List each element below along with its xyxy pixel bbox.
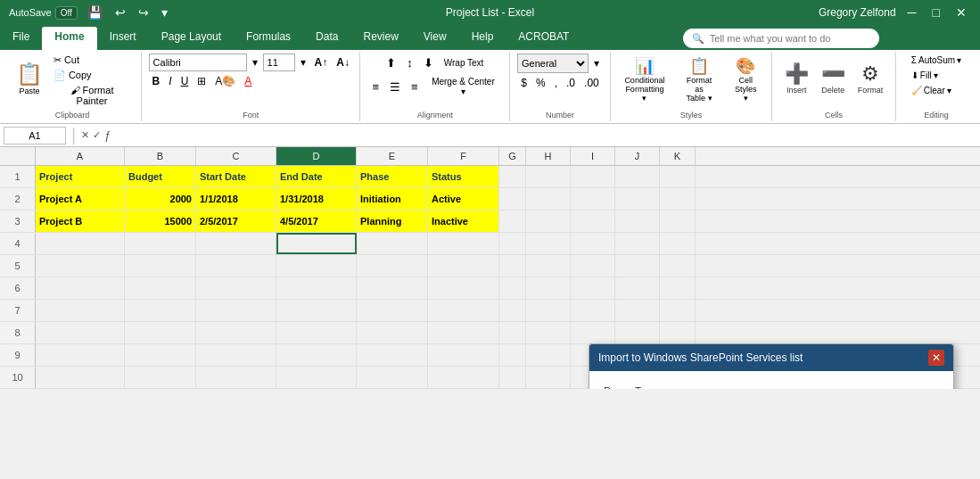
insert-function-icon[interactable]: ƒ: [104, 128, 111, 142]
tab-data[interactable]: Data: [303, 27, 350, 50]
undo-btn[interactable]: ↩: [112, 5, 128, 20]
align-center-btn[interactable]: ☰: [385, 74, 405, 99]
increase-decimal-btn[interactable]: .00: [581, 75, 603, 91]
cell-I1[interactable]: [571, 166, 615, 187]
cell-I3[interactable]: [571, 211, 615, 232]
align-left-btn[interactable]: ≡: [367, 74, 383, 99]
cell-G2[interactable]: [499, 188, 526, 210]
cell-E10[interactable]: [357, 367, 428, 388]
confirm-formula-icon[interactable]: ✓: [93, 129, 101, 141]
col-header-I[interactable]: I: [571, 147, 615, 165]
cell-A2[interactable]: Project A: [36, 188, 125, 210]
cell-B9[interactable]: [125, 344, 196, 366]
number-format-select[interactable]: General: [517, 54, 589, 73]
align-right-btn[interactable]: ≡: [407, 74, 423, 99]
formula-input[interactable]: [114, 129, 976, 142]
cell-D3[interactable]: 4/5/2017: [276, 211, 357, 232]
cell-J6[interactable]: [615, 277, 660, 299]
col-header-A[interactable]: A: [36, 147, 125, 165]
cell-D9[interactable]: [276, 344, 357, 366]
tab-insert[interactable]: Insert: [97, 27, 149, 50]
cell-B6[interactable]: [125, 277, 196, 299]
paste-button[interactable]: 📋 Paste: [11, 54, 48, 103]
col-header-B[interactable]: B: [125, 147, 196, 165]
redo-btn[interactable]: ↪: [136, 5, 152, 20]
cell-A7[interactable]: [36, 300, 125, 321]
format-as-table-btn[interactable]: 📋 Format asTable ▾: [677, 54, 721, 105]
autosum-btn[interactable]: Σ AutoSum ▾: [907, 54, 966, 67]
cell-C8[interactable]: [196, 322, 276, 343]
col-header-C[interactable]: C: [196, 147, 276, 165]
customize-btn[interactable]: ▾: [159, 5, 170, 20]
cell-C9[interactable]: [196, 344, 276, 366]
cell-F10[interactable]: [428, 367, 499, 388]
tab-page-layout[interactable]: Page Layout: [149, 27, 234, 50]
col-header-H[interactable]: H: [526, 147, 571, 165]
cell-A6[interactable]: [36, 277, 125, 299]
cell-D5[interactable]: [276, 255, 357, 277]
font-name-dropdown[interactable]: ▾: [249, 54, 261, 70]
col-header-D[interactable]: D: [276, 147, 357, 165]
cell-A5[interactable]: [36, 255, 125, 277]
cell-F5[interactable]: [428, 255, 499, 277]
cell-F3[interactable]: Inactive: [428, 211, 499, 232]
conditional-formatting-btn[interactable]: 📊 ConditionalFormatting ▾: [618, 54, 671, 105]
cell-F9[interactable]: [428, 344, 499, 366]
font-size-dropdown[interactable]: ▾: [297, 54, 309, 70]
cell-C4[interactable]: [196, 233, 276, 254]
cell-F1[interactable]: Status: [428, 166, 499, 187]
align-top-btn[interactable]: ⬆: [382, 54, 400, 72]
cell-J8[interactable]: [615, 322, 660, 343]
cell-A10[interactable]: [36, 367, 125, 388]
cell-E7[interactable]: [357, 300, 428, 321]
cell-E2[interactable]: Initiation: [357, 188, 428, 210]
autosum-dropdown[interactable]: ▾: [957, 55, 961, 65]
cell-K2[interactable]: [660, 188, 696, 210]
cell-K5[interactable]: [660, 255, 696, 277]
clear-btn[interactable]: 🧹 Clear ▾: [907, 84, 966, 97]
currency-btn[interactable]: $: [517, 75, 531, 91]
copy-button[interactable]: 📄 Copy: [50, 69, 134, 82]
cell-B2[interactable]: 2000: [125, 188, 196, 210]
cell-C7[interactable]: [196, 300, 276, 321]
tab-acrobat[interactable]: ACROBAT: [506, 27, 581, 50]
cell-styles-btn[interactable]: 🎨 CellStyles ▾: [727, 54, 764, 105]
cell-G7[interactable]: [499, 300, 526, 321]
autosave-toggle[interactable]: Off: [55, 6, 78, 20]
font-size-input[interactable]: [263, 54, 295, 71]
align-middle-btn[interactable]: ↕: [402, 54, 417, 72]
cell-H7[interactable]: [526, 300, 571, 321]
cell-C3[interactable]: 2/5/2017: [196, 211, 276, 232]
cell-G3[interactable]: [499, 211, 526, 232]
format-painter-button[interactable]: 🖌 Format Painter: [50, 84, 134, 107]
cell-C2[interactable]: 1/1/2018: [196, 188, 276, 210]
cell-H6[interactable]: [526, 277, 571, 299]
cell-J5[interactable]: [615, 255, 660, 277]
col-header-J[interactable]: J: [615, 147, 660, 165]
cell-H3[interactable]: [526, 211, 571, 232]
tab-help[interactable]: Help: [459, 27, 506, 50]
insert-btn[interactable]: ➕ Insert: [779, 54, 814, 103]
cell-B8[interactable]: [125, 322, 196, 343]
cell-B3[interactable]: 15000: [125, 211, 196, 232]
percent-btn[interactable]: %: [532, 75, 549, 91]
cell-C6[interactable]: [196, 277, 276, 299]
cell-A1[interactable]: Project: [36, 166, 125, 187]
cell-B7[interactable]: [125, 300, 196, 321]
cell-A4[interactable]: [36, 233, 125, 254]
cell-A3[interactable]: Project B: [36, 211, 125, 232]
comma-btn[interactable]: ,: [551, 75, 561, 91]
cell-J2[interactable]: [615, 188, 660, 210]
cell-D8[interactable]: [276, 322, 357, 343]
font-name-input[interactable]: [149, 54, 247, 71]
cell-G8[interactable]: [499, 322, 526, 343]
tab-file[interactable]: File: [0, 27, 42, 50]
cell-D2[interactable]: 1/31/2018: [276, 188, 357, 210]
cell-J1[interactable]: [615, 166, 660, 187]
cell-K1[interactable]: [660, 166, 696, 187]
cell-A9[interactable]: [36, 344, 125, 366]
cell-E8[interactable]: [357, 322, 428, 343]
col-header-K[interactable]: K: [660, 147, 696, 165]
decrease-decimal-btn[interactable]: .0: [563, 75, 579, 91]
cell-K6[interactable]: [660, 277, 696, 299]
